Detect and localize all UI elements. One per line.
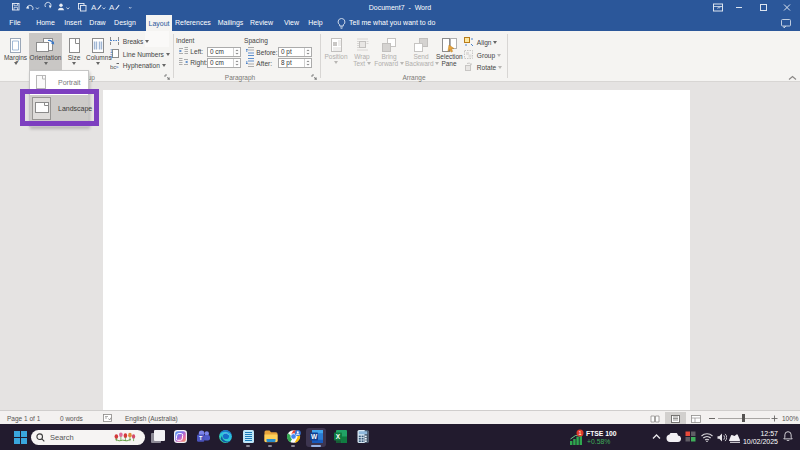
svg-text:X: X: [336, 433, 341, 440]
svg-text:a: a: [116, 64, 119, 69]
svg-text:A: A: [109, 3, 115, 12]
svg-text:1: 1: [578, 430, 581, 436]
svg-text:W: W: [311, 433, 318, 440]
svg-text:A: A: [91, 3, 97, 12]
